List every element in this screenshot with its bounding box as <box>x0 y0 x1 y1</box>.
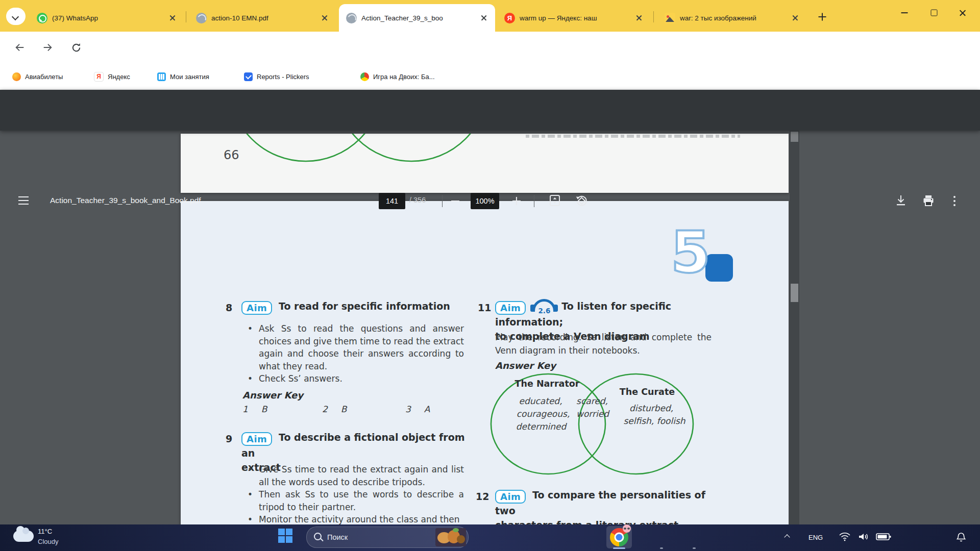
volume-icon[interactable] <box>857 532 869 544</box>
tab-whatsapp[interactable]: (37) WhatsApp <box>30 4 184 32</box>
audio-track-number: 2.6 <box>535 304 553 318</box>
bookmark-aviabilety[interactable]: Авиабилеты <box>12 64 63 89</box>
bullet-text: Check Ss’ answers. <box>259 372 342 385</box>
tab-action10-pdf[interactable]: action-10 EMN.pdf <box>189 4 336 32</box>
zoom-out-button[interactable] <box>451 201 459 202</box>
battery-icon[interactable] <box>876 533 891 543</box>
scrollbar-top-cap <box>791 132 798 142</box>
window-maximize-button[interactable] <box>920 1 948 24</box>
active-app-indicator <box>613 547 625 549</box>
print-icon <box>922 194 935 207</box>
grid-icon <box>157 72 166 81</box>
forward-button[interactable] <box>39 39 56 56</box>
close-tab-icon[interactable] <box>635 14 643 22</box>
profile-badge-avatar <box>623 524 631 533</box>
back-button[interactable] <box>11 39 29 56</box>
bookmark-plickers[interactable]: Reports - Plickers <box>244 64 309 89</box>
tab-title: warm up — Яндекс: наш <box>520 14 622 22</box>
bookmark-label: Яндекс <box>108 73 130 81</box>
tab-title: Action_Teacher_39_s_boo <box>361 14 463 22</box>
search-label: Поиск <box>327 527 348 547</box>
bookmark-yandex[interactable]: Я Яндекс <box>94 64 130 89</box>
tab-divider <box>186 11 186 22</box>
download-button[interactable] <box>894 194 908 209</box>
tab-search-button[interactable] <box>6 8 26 25</box>
venn-circles-partial <box>181 134 789 193</box>
venn-left-item: courageous, <box>517 409 570 419</box>
search-highlight-image[interactable] <box>435 528 466 546</box>
zoom-in-button[interactable] <box>512 197 521 205</box>
bookmark-moi-zanyatiya[interactable]: Мои занятия <box>157 64 209 89</box>
toolbar-divider <box>534 195 534 207</box>
wifi-icon[interactable] <box>839 532 851 544</box>
aim-badge: Aim <box>495 490 526 504</box>
answer-value: B <box>341 404 347 414</box>
language-indicator[interactable]: ENG <box>808 534 823 541</box>
pdf-doc-icon <box>196 13 207 23</box>
print-button[interactable] <box>922 194 935 209</box>
rotate-icon <box>575 194 588 207</box>
answer-3: 3 A <box>405 404 430 414</box>
pdf-doc-icon <box>346 13 357 23</box>
running-app-indicator <box>660 547 663 549</box>
answer-value: A <box>424 404 430 414</box>
page-number-input[interactable]: 141 <box>379 193 405 209</box>
scrollbar-track[interactable] <box>790 131 799 524</box>
fit-to-page-button[interactable] <box>548 194 561 209</box>
chrome-taskbar-button[interactable] <box>606 526 632 548</box>
weather-temperature[interactable]: 11°C <box>38 528 52 535</box>
hidden-icons-chevron[interactable] <box>785 534 790 539</box>
answer-number: 3 <box>405 404 411 414</box>
bullet-text: Give Ss time to read the extract again a… <box>259 463 464 488</box>
section-8-bullets: Ask Ss to read the questions and answer … <box>248 322 464 385</box>
pdf-toolbar: Action_Teacher_39_s_book_and_Book.pdf 14… <box>0 90 980 131</box>
tab-active-teacher-book[interactable]: Action_Teacher_39_s_boo <box>339 4 495 32</box>
notifications-bell-icon[interactable] <box>955 532 967 545</box>
bullet-text: Ask Ss to read the questions and answer … <box>259 322 464 372</box>
close-tab-icon[interactable] <box>321 14 329 22</box>
taskbar-search-box[interactable]: Поиск <box>306 527 469 548</box>
pdf-viewer[interactable]: 66 5 8 Aim To read for specific informat… <box>0 131 980 524</box>
whatsapp-icon <box>37 13 47 23</box>
window-close-button[interactable] <box>948 1 977 24</box>
section-9-bullets: Give Ss time to read the extract again a… <box>248 463 464 526</box>
bookmark-label: Reports - Plickers <box>257 73 309 81</box>
pdf-page-previous: 66 <box>181 134 789 193</box>
section-11-body: Play the recording. Ss listen and comple… <box>495 331 712 357</box>
start-button[interactable] <box>278 529 292 543</box>
weather-cloud-icon[interactable] <box>13 531 34 542</box>
answer-key-label: Answer Key <box>242 390 303 400</box>
new-tab-button[interactable] <box>816 10 829 23</box>
screen: (37) WhatsApp action-10 EMN.pdf Action_T… <box>0 0 980 551</box>
reload-button[interactable] <box>67 39 85 56</box>
answer-2: 2 B <box>322 404 347 414</box>
close-tab-icon[interactable] <box>168 14 177 22</box>
tab-yandex-images[interactable]: war: 2 тыс изображений <box>657 4 806 32</box>
bullet-item: Check Ss’ answers. <box>248 372 464 385</box>
close-tab-icon[interactable] <box>480 14 488 22</box>
scrollbar-thumb[interactable] <box>791 284 798 302</box>
tab-title: action-10 EMN.pdf <box>211 14 268 22</box>
image-icon <box>665 13 675 23</box>
venn-middle-item: scared, <box>576 396 608 406</box>
aim-badge: Aim <box>241 301 272 315</box>
browser-address-bar: Файл C:/Users/Evrika/Desktop/Action%2010… <box>0 32 980 64</box>
tab-title: (37) WhatsApp <box>52 14 98 22</box>
tab-yandex-search[interactable]: Я warm up — Яндекс: наш <box>497 4 650 32</box>
tab-divider <box>653 11 654 22</box>
pdf-menu-button[interactable] <box>18 196 29 205</box>
answer-value: B <box>261 404 267 414</box>
bullet-item: Ask Ss to read the questions and answer … <box>248 322 464 372</box>
toolbar-divider <box>442 195 443 207</box>
bookmark-igra[interactable]: Игра на Двоих: Ба... <box>360 64 435 89</box>
ball-icon <box>360 72 369 81</box>
close-tab-icon[interactable] <box>791 14 799 22</box>
rotate-button[interactable] <box>575 194 588 209</box>
search-icon <box>314 533 322 540</box>
window-minimize-button[interactable] <box>890 1 919 24</box>
venn-right-item: disturbed, <box>629 403 673 413</box>
page-number-66: 66 <box>224 148 239 162</box>
weather-condition[interactable]: Cloudy <box>38 538 58 545</box>
zoom-level[interactable]: 100% <box>471 193 499 209</box>
section-number: 9 <box>226 433 232 444</box>
